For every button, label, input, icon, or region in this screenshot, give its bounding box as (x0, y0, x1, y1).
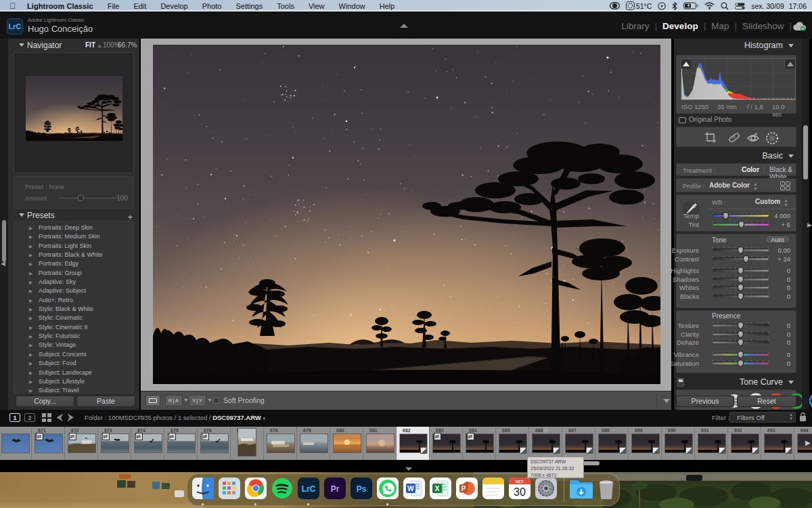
svg-text:X: X (435, 485, 440, 492)
svg-text:W: W (407, 485, 414, 492)
svg-text:Ps: Ps (357, 484, 367, 494)
svg-text:Pr: Pr (331, 484, 340, 494)
svg-text:P: P (461, 485, 466, 492)
svg-text:LrC: LrC (302, 484, 316, 494)
svg-text:SET.: SET. (516, 480, 524, 484)
svg-text:30: 30 (514, 486, 526, 498)
